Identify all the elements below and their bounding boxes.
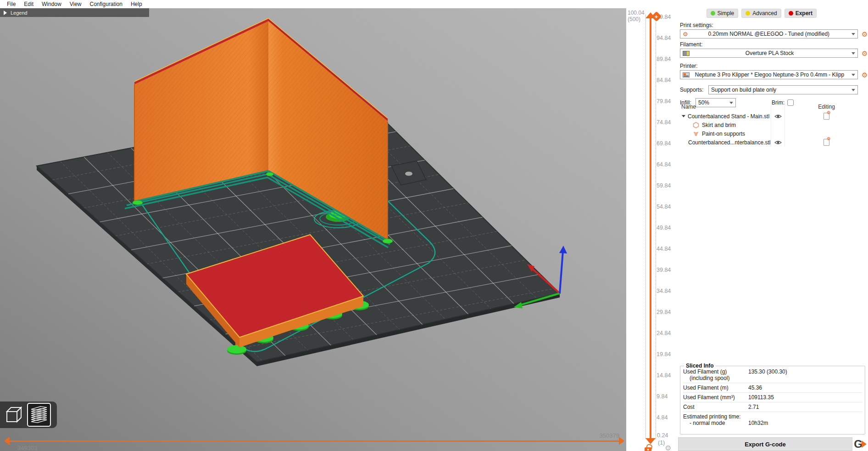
menu-item[interactable]: View [66, 1, 86, 7]
supports-label: Supports: [680, 87, 708, 93]
layer-slider-lower-handle[interactable] [645, 438, 656, 444]
object-list: Name Editing Counterbalanced Stand - Mai… [678, 102, 868, 358]
menu-item[interactable]: File [3, 1, 20, 7]
printer-settings-gear-button[interactable]: ⚙ [862, 72, 868, 78]
filament-label: Filament: [680, 41, 868, 48]
print-settings-label: Print settings: [680, 22, 868, 28]
filament-select[interactable]: Overture PLA Stock [680, 49, 858, 58]
stat-value: 2.71 [748, 404, 759, 410]
subrow-label: Paint-on supports [702, 131, 745, 137]
gcode-move-slider[interactable]: 350379 349303 [0, 434, 626, 451]
layer-tick-label: 64.84 [657, 154, 671, 175]
object-name: Counterbalanced...nterbalance.stl [688, 139, 770, 146]
layer-range-slider[interactable]: 100.04 (500) + 99.8494.8489.8484.8479.84… [626, 8, 678, 451]
menu-item[interactable]: Help [127, 1, 146, 7]
stat-label: Used Filament (m) [683, 385, 748, 391]
collapse-arrow-icon[interactable] [682, 115, 685, 117]
mode-simple-button[interactable]: Simple [707, 9, 739, 18]
layer-tick-label: 84.84 [657, 70, 671, 91]
sliced-info-panel: Sliced Info Used Filament (g) (including… [680, 366, 865, 434]
print-profile-icon: ⚙ [683, 31, 688, 37]
stat-value: 135.30 (300.30) [748, 368, 787, 375]
printer-icon [683, 72, 690, 77]
stat-label: Cost [683, 404, 748, 410]
edit-object-icon[interactable] [823, 139, 829, 146]
eye-icon[interactable] [774, 140, 782, 145]
object-subrow-skirt[interactable]: Skirt and brim [678, 121, 868, 129]
object-row[interactable]: Counterbalanced Stand - Main.stl [678, 112, 868, 121]
unlock-icon[interactable] [645, 447, 651, 451]
move-slider-right-handle[interactable] [619, 437, 624, 445]
layer-tick-labels: 99.8494.8489.8484.8479.8474.8469.8464.84… [657, 6, 671, 428]
mode-expert-button[interactable]: Expert [785, 9, 817, 18]
layer-bottom-number: (1) [658, 440, 665, 446]
object-name: Counterbalanced Stand - Main.stl [688, 113, 769, 120]
object-row[interactable]: Counterbalanced...nterbalance.stl [678, 138, 868, 147]
slider-settings-gear-icon[interactable]: ⚙ [665, 444, 671, 451]
layer-slider-track[interactable] [650, 15, 651, 439]
g-code-export-icon[interactable]: G [852, 437, 868, 451]
legend-panel-header[interactable]: Legend [0, 8, 149, 17]
filament-settings-gear-button[interactable]: ⚙ [862, 50, 868, 57]
print-settings-select[interactable]: ⚙ 0.20mm NORMAL @ELEGOO - Tuned (modifie… [680, 29, 858, 38]
move-slider-min-value: 349303 [17, 445, 37, 451]
layer-tick-label: 69.84 [657, 133, 671, 154]
sliced-info-row: Cost 2.71 [683, 402, 862, 412]
layers-preview-view-button[interactable] [28, 404, 50, 426]
move-slider-track[interactable] [9, 440, 619, 442]
3d-editor-view-button[interactable] [3, 404, 25, 426]
supports-select[interactable]: Support on build plate only [708, 85, 858, 94]
sliced-info-row: Estimated printing time: - normal mode 1… [683, 412, 862, 428]
chevron-down-icon [851, 89, 855, 91]
printer-select[interactable]: Neptune 3 Pro Klipper * Elegoo Neptune-3… [680, 70, 858, 79]
move-slider-max-value: 350379 [564, 432, 619, 439]
stat-label: Used Filament (mm³) [683, 394, 748, 401]
filament-color-swatch-icon [683, 51, 690, 56]
eye-icon[interactable] [774, 114, 782, 119]
mode-advanced-button[interactable]: Advanced [741, 9, 781, 18]
edit-object-icon[interactable] [823, 113, 829, 120]
layer-tick-label: 29.84 [657, 302, 671, 323]
play-triangle-icon [862, 440, 867, 448]
menu-bar: FileEditWindowViewConfigurationHelp [0, 0, 868, 8]
cube-icon [4, 405, 24, 425]
slicer-window: FileEditWindowViewConfigurationHelp [0, 0, 868, 451]
expand-arrow-icon [4, 11, 7, 15]
layer-tick-label: 34.84 [657, 280, 671, 302]
layer-tick-label: 94.84 [657, 28, 671, 49]
filament-value: Overture PLA Stock [690, 50, 850, 56]
layer-tick-label: 44.84 [657, 238, 671, 259]
printer-value: Neptune 3 Pro Klipper * Elegoo Neptune-3… [690, 72, 850, 78]
layer-tick-label: 9.84 [657, 386, 671, 407]
object-list-header: Name Editing [678, 102, 868, 112]
stat-value: 10h32m [748, 420, 768, 426]
printer-label: Printer: [680, 63, 868, 69]
layer-tick-label: 89.84 [657, 49, 671, 70]
print-settings-gear-button[interactable]: ⚙ [862, 31, 868, 38]
layer-tick-label: 74.84 [657, 112, 671, 133]
chevron-down-icon [851, 52, 855, 55]
supports-value: Support on build plate only [711, 87, 850, 93]
layer-tick-label: 79.84 [657, 91, 671, 112]
3d-viewport[interactable]: Legend [0, 8, 626, 451]
sliced-info-title: Sliced Info [684, 363, 716, 369]
sliced-info-row: Used Filament (g) (including spool) 135.… [683, 367, 862, 383]
stat-value: 45.36 [748, 385, 762, 391]
viewport-canvas[interactable] [0, 8, 626, 451]
layer-tick-label: 39.84 [657, 259, 671, 280]
layer-tick-label: 4.84 [657, 407, 671, 428]
menu-item[interactable]: Window [38, 1, 66, 7]
hexagon-brim-icon [693, 122, 699, 128]
stat-sublabel: (including spool) [683, 375, 748, 381]
slider-dotted-line [645, 15, 646, 439]
menu-item[interactable]: Configuration [86, 1, 127, 7]
subrow-label: Skirt and brim [702, 122, 736, 128]
menu-item[interactable]: Edit [20, 1, 38, 7]
slider-dotted-line [656, 15, 656, 439]
print-settings-value: 0.20mm NORMAL @ELEGOO - Tuned (modified) [688, 31, 850, 37]
layer-top-number: (500) [628, 16, 640, 22]
object-subrow-supports[interactable]: Paint-on supports [678, 129, 868, 138]
stat-value: 109113.35 [748, 394, 774, 401]
export-gcode-button[interactable]: Export G-code [678, 437, 852, 451]
chevron-down-icon [851, 74, 855, 76]
